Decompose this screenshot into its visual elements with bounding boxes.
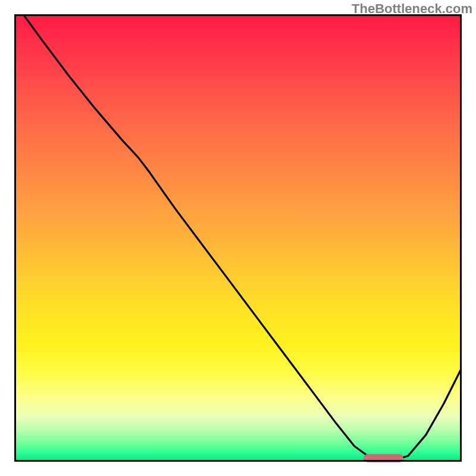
optimal-marker [364, 454, 404, 462]
plot-area [14, 14, 462, 462]
watermark-text: TheBottleneck.com [352, 1, 472, 17]
curve-svg [14, 14, 462, 462]
bottleneck-curve [23, 14, 462, 460]
chart-container: TheBottleneck.com [0, 0, 476, 476]
